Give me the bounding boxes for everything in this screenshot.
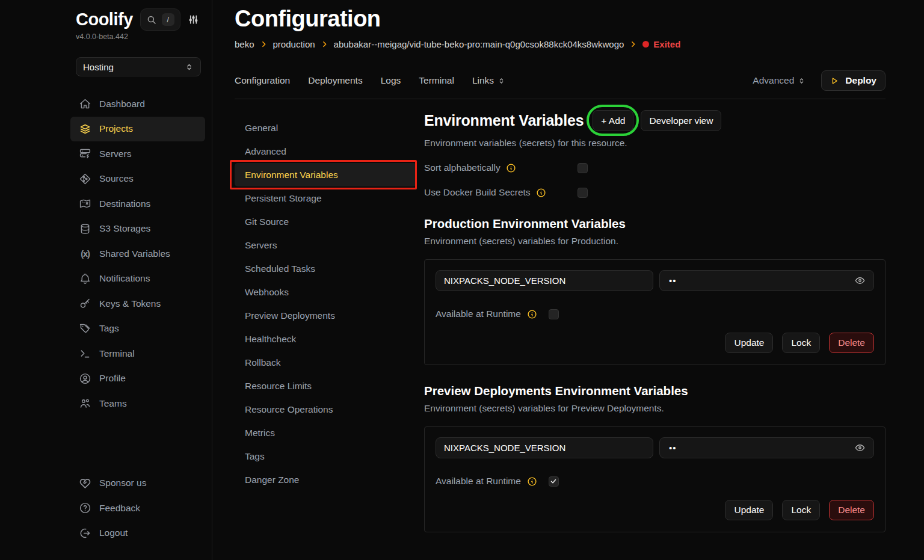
- breadcrumb-team[interactable]: beko: [235, 39, 254, 49]
- sidebar-item-teams[interactable]: Teams: [70, 391, 205, 416]
- subnav-item-webhooks[interactable]: Webhooks: [235, 280, 416, 304]
- subnav-item-danger-zone[interactable]: Danger Zone: [235, 468, 416, 491]
- update-button[interactable]: Update: [725, 500, 773, 520]
- docker-build-secrets-label: Use Docker Build Secrets: [424, 187, 531, 198]
- main-area: Configuration beko production abubakar--…: [212, 0, 924, 560]
- sidebar-item-dashboard[interactable]: Dashboard: [70, 91, 205, 117]
- sidebar-item-label: Logout: [99, 528, 128, 538]
- subnav-item-metrics[interactable]: Metrics: [235, 421, 416, 445]
- sidebar-item-label: Feedback: [99, 503, 140, 514]
- subnav-item-scheduled-tasks[interactable]: Scheduled Tasks: [235, 257, 416, 280]
- info-icon[interactable]: [527, 476, 537, 487]
- subnav-item-resource-operations[interactable]: Resource Operations: [235, 398, 416, 421]
- subnav-item-rollback[interactable]: Rollback: [235, 351, 416, 374]
- sidebar-item-label: Sponsor us: [99, 478, 146, 488]
- sidebar-item-profile[interactable]: Profile: [70, 366, 205, 392]
- variable-name-input[interactable]: [436, 437, 653, 458]
- sidebar-item-shared-variables[interactable]: (x) Shared Variables: [70, 241, 205, 266]
- sidebar-item-projects[interactable]: Projects: [70, 117, 205, 142]
- subnav-item-healthcheck[interactable]: Healthcheck: [235, 327, 416, 351]
- available-at-runtime-label: Available at Runtime: [436, 476, 521, 487]
- available-at-runtime-label: Available at Runtime: [436, 309, 521, 319]
- sidebar-item-destinations[interactable]: Destinations: [70, 191, 205, 217]
- sidebar-item-s3-storages[interactable]: S3 Storages: [70, 217, 205, 242]
- variable-name-input[interactable]: [436, 270, 653, 291]
- subnav-item-environment-variables[interactable]: Environment Variables: [235, 163, 416, 186]
- sidebar-item-terminal[interactable]: Terminal: [70, 341, 205, 366]
- delete-button[interactable]: Delete: [829, 500, 874, 520]
- sidebar-item-label: Teams: [99, 398, 127, 409]
- info-icon[interactable]: [536, 188, 546, 198]
- subnav-item-tags[interactable]: Tags: [235, 445, 416, 468]
- sidebar-item-label: Tags: [99, 323, 119, 334]
- sidebar-item-label: Terminal: [99, 348, 135, 359]
- update-button[interactable]: Update: [725, 333, 773, 353]
- tab-bar: Configuration Deployments Logs Terminal …: [235, 70, 886, 99]
- production-variable-card: Available at Runtime Update Lock Delete: [424, 259, 886, 365]
- chevron-right-icon: [629, 40, 637, 48]
- info-icon[interactable]: [527, 309, 537, 319]
- variable-value-input[interactable]: [668, 442, 854, 454]
- docker-build-secrets-checkbox[interactable]: [578, 188, 588, 198]
- tab-deployments[interactable]: Deployments: [308, 75, 362, 86]
- eye-icon[interactable]: [854, 275, 866, 286]
- sidebar-item-sponsor[interactable]: Sponsor us: [70, 471, 205, 496]
- subnav-item-preview-deployments[interactable]: Preview Deployments: [235, 304, 416, 327]
- sidebar-item-logout[interactable]: Logout: [70, 521, 205, 546]
- sort-alphabetically-row: Sort alphabetically: [424, 162, 886, 173]
- lock-button[interactable]: Lock: [782, 333, 820, 353]
- subnav-item-servers[interactable]: Servers: [235, 233, 416, 257]
- subnav-item-advanced[interactable]: Advanced: [235, 140, 416, 163]
- sidebar-item-sources[interactable]: Sources: [70, 167, 205, 192]
- bell-icon: [79, 272, 91, 285]
- tab-configuration[interactable]: Configuration: [235, 75, 290, 86]
- status-dot: [642, 41, 649, 48]
- panel-header: Environment Variables + Add Developer vi…: [424, 110, 886, 131]
- sidebar-item-tags[interactable]: Tags: [70, 316, 205, 342]
- sort-alphabetically-checkbox[interactable]: [578, 163, 588, 173]
- delete-button[interactable]: Delete: [829, 333, 874, 353]
- developer-view-button[interactable]: Developer view: [641, 110, 721, 131]
- tab-terminal[interactable]: Terminal: [419, 75, 454, 86]
- available-at-runtime-row: Available at Runtime: [436, 309, 874, 319]
- available-at-runtime-checkbox[interactable]: [549, 476, 559, 487]
- lock-button[interactable]: Lock: [782, 500, 820, 520]
- production-section-description: Environment (secrets) variables for Prod…: [424, 236, 886, 247]
- subnav-item-resource-limits[interactable]: Resource Limits: [235, 374, 416, 398]
- subnav-item-persistent-storage[interactable]: Persistent Storage: [235, 186, 416, 210]
- settings-sliders-icon[interactable]: [188, 14, 199, 25]
- preview-section-description: Environment (secrets) variables for Prev…: [424, 403, 886, 414]
- chevron-up-down-icon: [185, 63, 194, 72]
- sidebar-item-feedback[interactable]: Feedback: [70, 496, 205, 521]
- layers-icon: [79, 123, 91, 135]
- sidebar-item-label: S3 Storages: [99, 223, 150, 234]
- breadcrumb-environment[interactable]: production: [273, 39, 315, 49]
- subnav-item-general[interactable]: General: [235, 116, 416, 140]
- sidebar: Coolify / v4.0.0-beta.442 Hosting Dashbo…: [0, 0, 212, 560]
- available-at-runtime-checkbox[interactable]: [549, 309, 559, 319]
- breadcrumb: beko production abubakar--meigag/vid-tub…: [235, 39, 886, 49]
- tab-links[interactable]: Links: [472, 75, 505, 86]
- sidebar-item-servers[interactable]: Servers: [70, 141, 205, 167]
- deploy-button[interactable]: Deploy: [821, 70, 886, 91]
- search-button[interactable]: /: [140, 8, 180, 31]
- sidebar-item-notifications[interactable]: Notifications: [70, 266, 205, 292]
- eye-icon[interactable]: [854, 442, 866, 454]
- info-icon[interactable]: [506, 163, 516, 173]
- breadcrumb-resource[interactable]: abubakar--meigag/vid-tube-beko-pro:main-…: [334, 39, 624, 49]
- team-select[interactable]: Hosting: [76, 57, 201, 76]
- logout-icon: [79, 527, 91, 540]
- sidebar-item-label: Servers: [99, 149, 131, 159]
- preview-section-title: Preview Deployments Environment Variable…: [424, 384, 886, 398]
- sort-alphabetically-label: Sort alphabetically: [424, 162, 500, 173]
- advanced-select[interactable]: Advanced: [753, 75, 805, 86]
- sidebar-item-label: Projects: [99, 123, 133, 134]
- production-section-title: Production Environment Variables: [424, 217, 886, 231]
- sidebar-item-keys-tokens[interactable]: Keys & Tokens: [70, 291, 205, 316]
- add-button[interactable]: + Add: [593, 110, 633, 131]
- tab-logs[interactable]: Logs: [381, 75, 401, 86]
- card-actions: Update Lock Delete: [436, 333, 874, 353]
- variable-value-input[interactable]: [668, 275, 854, 286]
- subnav-item-git-source[interactable]: Git Source: [235, 210, 416, 233]
- docker-secrets-label-group: Use Docker Build Secrets: [424, 187, 578, 198]
